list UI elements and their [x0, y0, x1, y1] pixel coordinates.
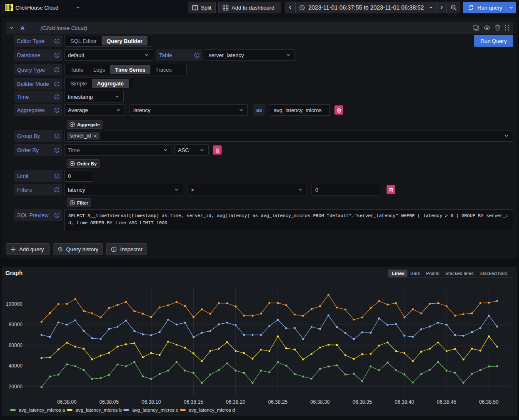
svg-text:100000: 100000	[6, 301, 22, 307]
svg-text:06:38:05: 06:38:05	[99, 399, 119, 405]
svg-text:06:38:15: 06:38:15	[184, 399, 203, 405]
svg-text:06:38:25: 06:38:25	[268, 399, 288, 405]
svg-text:06:38:50: 06:38:50	[479, 399, 499, 405]
svg-text:06:38:10: 06:38:10	[142, 399, 161, 405]
svg-text:60000: 60000	[9, 342, 23, 348]
svg-text:06:38:00: 06:38:00	[57, 399, 77, 405]
svg-text:20000: 20000	[9, 384, 23, 390]
svg-text:06:38:45: 06:38:45	[437, 399, 457, 405]
svg-text:06:38:35: 06:38:35	[352, 399, 372, 405]
svg-text:06:38:30: 06:38:30	[310, 399, 330, 405]
svg-text:40000: 40000	[9, 363, 23, 369]
svg-text:06:38:40: 06:38:40	[395, 399, 414, 405]
svg-text:80000: 80000	[9, 322, 23, 328]
svg-text:06:38:20: 06:38:20	[226, 399, 245, 405]
